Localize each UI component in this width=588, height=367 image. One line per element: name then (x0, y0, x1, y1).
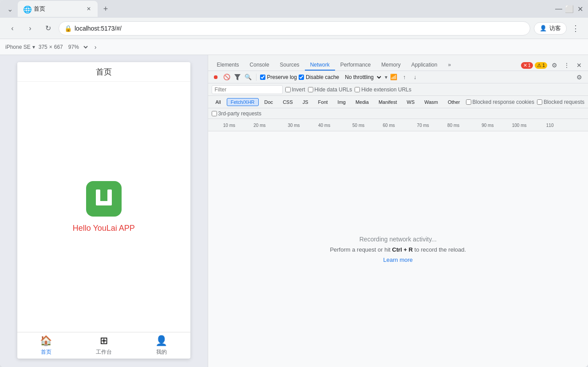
warn-icon: ⚠ (537, 63, 541, 68)
visitor-label: 访客 (549, 24, 561, 32)
dimensions-display: 375 × 667 (39, 44, 63, 50)
chevron-down-icon: ▾ (32, 44, 35, 50)
type-filter-js[interactable]: JS (299, 98, 312, 106)
error-icon: ✕ (523, 63, 527, 68)
address-input-wrap[interactable]: 🔒 (59, 21, 530, 36)
tab-memory[interactable]: Memory (376, 60, 406, 71)
clear-button[interactable]: 🚫 (222, 73, 231, 82)
invert-checkbox-label[interactable]: Invert (285, 87, 305, 93)
learn-more-link[interactable]: Learn more (383, 257, 413, 263)
network-conditions-button[interactable]: 📶 (389, 73, 398, 82)
tab-network[interactable]: Network (305, 60, 335, 71)
blocked-response-cookies-label[interactable]: Blocked response cookies (466, 99, 534, 105)
shortcut-key: Ctrl + R (392, 246, 413, 253)
tab-close-button[interactable]: ✕ (85, 5, 92, 12)
active-tab: 🌐 首页 ✕ (18, 1, 98, 17)
disable-cache-checkbox[interactable] (299, 75, 304, 80)
type-filter-other[interactable]: Other (444, 98, 464, 106)
third-party-checkbox[interactable] (212, 111, 217, 116)
devtools-settings-button[interactable]: ⚙ (549, 60, 560, 71)
nav-item-workspace[interactable]: ⊞ 工作台 (75, 335, 133, 356)
address-input[interactable] (75, 25, 525, 32)
hide-ext-urls-label[interactable]: Hide extension URLs (355, 87, 411, 93)
address-bar: ‹ › ↻ 🔒 👤 访客 ⋮ (0, 18, 588, 39)
tab-performance[interactable]: Performance (335, 60, 376, 71)
visitor-button[interactable]: 👤 访客 (534, 22, 567, 35)
forward-button[interactable]: › (23, 21, 37, 36)
minimize-button[interactable]: — (554, 4, 563, 13)
blocked-response-cookies-checkbox[interactable] (466, 99, 471, 105)
phone-content: 首页 (17, 62, 190, 332)
tab-sources[interactable]: Sources (275, 60, 305, 71)
back-button[interactable]: ‹ (5, 21, 20, 36)
devtools-more-button[interactable]: ⋮ (561, 60, 572, 71)
filter-icon (234, 74, 241, 80)
invert-checkbox[interactable] (285, 87, 291, 92)
title-bar-right: — ⬜ ✕ (554, 4, 584, 13)
network-filter-row: Invert Hide data URLs Hide extension URL… (208, 83, 588, 96)
desc-end: to record the reload. (413, 246, 466, 253)
type-filter-doc[interactable]: Doc (260, 98, 277, 106)
tab-list-button[interactable]: ⌄ (4, 3, 16, 15)
type-filter-font[interactable]: Font (314, 98, 332, 106)
error-badge: ✕ 1 (521, 62, 533, 69)
phone-nav-bar: 🏠 首页 ⊞ 工作台 👤 我的 (17, 332, 190, 359)
more-options-icon[interactable]: › (95, 43, 97, 51)
type-filter-row: All Fetch/XHR Doc CSS JS Font Img Media … (208, 96, 588, 108)
import-har-button[interactable]: ↓ (410, 73, 419, 82)
record-button[interactable]: ⏺ (212, 73, 221, 82)
timeline-label-80: 80 ms (447, 122, 459, 127)
maximize-button[interactable]: ⬜ (565, 4, 574, 13)
throttle-selector[interactable]: No throttling (341, 73, 383, 81)
type-filter-all[interactable]: All (212, 98, 225, 106)
nav-item-home[interactable]: 🏠 首页 (17, 335, 75, 356)
blocked-requests-label[interactable]: Blocked requests (537, 99, 584, 105)
workspace-icon: ⊞ (100, 335, 108, 347)
preserve-log-checkbox[interactable] (260, 75, 265, 80)
nav-item-profile[interactable]: 👤 我的 (133, 335, 190, 356)
timeline-label-100: 100 ms (512, 122, 527, 127)
type-filter-img[interactable]: Img (334, 98, 350, 106)
throttle-chevron-icon: ▾ (385, 74, 387, 80)
tab-application[interactable]: Application (406, 60, 443, 71)
refresh-button[interactable]: ↻ (41, 21, 55, 36)
hide-data-urls-label[interactable]: Hide data URLs (308, 87, 352, 93)
address-right: 👤 访客 ⋮ (534, 21, 583, 36)
hide-ext-urls-checkbox[interactable] (355, 87, 360, 92)
visitor-icon: 👤 (540, 25, 547, 32)
hide-data-urls-checkbox[interactable] (308, 87, 313, 92)
type-filter-wasm[interactable]: Wasm (420, 98, 442, 106)
title-bar-left: ⌄ 🌐 首页 ✕ + (4, 1, 112, 17)
third-party-label[interactable]: 3rd-party requests (212, 110, 261, 117)
type-filter-manifest[interactable]: Manifest (375, 98, 401, 106)
new-tab-button[interactable]: + (99, 3, 112, 15)
blocked-requests-checkbox[interactable] (537, 99, 542, 105)
devtools-close-button[interactable]: ✕ (574, 60, 584, 71)
error-count: 1 (528, 63, 531, 68)
type-filter-fetch-xhr[interactable]: Fetch/XHR (227, 98, 259, 106)
close-button[interactable]: ✕ (576, 4, 584, 13)
nav-label-home: 首页 (41, 348, 51, 356)
tab-more[interactable]: » (442, 60, 456, 71)
width-value: 375 (39, 44, 47, 50)
search-button[interactable]: 🔍 (244, 73, 253, 82)
type-filter-ws[interactable]: WS (403, 98, 419, 106)
type-filter-media[interactable]: Media (351, 98, 373, 106)
disable-cache-label[interactable]: Disable cache (299, 74, 339, 80)
recording-title: Recording network activity... (359, 236, 437, 243)
preserve-log-label[interactable]: Preserve log (260, 74, 297, 80)
browser-menu-button[interactable]: ⋮ (568, 21, 583, 36)
type-filter-css[interactable]: CSS (279, 98, 297, 106)
network-settings-button[interactable]: ⚙ (574, 72, 584, 83)
filter-toggle-button[interactable] (233, 73, 242, 82)
phone-page-title: 首页 (96, 67, 112, 77)
zoom-selector[interactable]: 97% 100% 75% (67, 43, 89, 51)
page-body: Hello YouLai APP (17, 82, 190, 332)
tab-elements[interactable]: Elements (212, 60, 245, 71)
export-har-button[interactable]: ↑ (400, 73, 409, 82)
device-selector[interactable]: iPhone SE ▾ (5, 44, 35, 50)
tab-console[interactable]: Console (245, 60, 275, 71)
network-empty-state: Recording network activity... Perform a … (208, 131, 588, 367)
height-value: 667 (54, 44, 63, 50)
filter-input[interactable] (212, 85, 283, 94)
